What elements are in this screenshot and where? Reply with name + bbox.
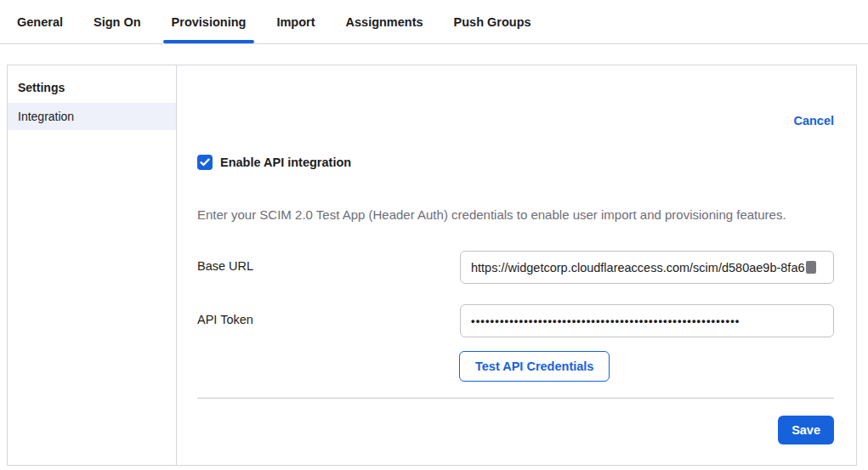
test-credentials-row: Test API Credentials: [459, 351, 834, 382]
tab-push-groups[interactable]: Push Groups: [454, 2, 531, 42]
credentials-description: Enter your SCIM 2.0 Test App (Header Aut…: [197, 207, 834, 222]
tab-label: Sign On: [94, 15, 141, 29]
api-token-field-row: API Token ••••••••••••••••••••••••••••••…: [197, 304, 834, 337]
base-url-label: Base URL: [197, 251, 460, 273]
tab-provisioning[interactable]: Provisioning: [172, 2, 247, 42]
settings-sidebar: Settings Integration: [8, 65, 177, 465]
text-selection-artifact: [806, 261, 816, 274]
base-url-value: https://widgetcorp.cloudflareaccess.com/…: [471, 261, 805, 275]
sidebar-item-integration[interactable]: Integration: [8, 103, 176, 130]
form-divider: [197, 398, 834, 399]
app-tab-bar: General Sign On Provisioning Import Assi…: [0, 0, 868, 44]
enable-api-integration-label: Enable API integration: [220, 156, 351, 169]
cancel-button[interactable]: Cancel: [793, 114, 834, 127]
enable-api-integration-checkbox[interactable]: [197, 155, 213, 170]
checkmark-icon: [200, 158, 210, 167]
base-url-input[interactable]: https://widgetcorp.cloudflareaccess.com/…: [460, 251, 834, 284]
save-row: Save: [197, 416, 834, 445]
test-api-credentials-button[interactable]: Test API Credentials: [459, 351, 610, 382]
tab-import[interactable]: Import: [276, 2, 315, 42]
tab-label: Assignments: [346, 15, 423, 29]
save-button[interactable]: Save: [778, 416, 834, 445]
tab-label: Push Groups: [454, 15, 531, 29]
tab-assignments[interactable]: Assignments: [346, 2, 423, 42]
cancel-row: Cancel: [197, 113, 834, 128]
active-tab-underline: [163, 40, 255, 43]
tab-label: General: [17, 15, 63, 29]
api-token-input[interactable]: ••••••••••••••••••••••••••••••••••••••••…: [460, 304, 834, 337]
enable-api-integration-row: Enable API integration: [197, 155, 834, 170]
tab-label: Import: [276, 15, 315, 29]
api-token-masked-value: ••••••••••••••••••••••••••••••••••••••••…: [471, 314, 740, 327]
tab-sign-on[interactable]: Sign On: [94, 2, 141, 42]
sidebar-header: Settings: [8, 72, 176, 103]
provisioning-panel: Settings Integration Cancel Enable API i…: [7, 65, 857, 466]
integration-settings-form: Cancel Enable API integration Enter your…: [177, 65, 856, 465]
tab-general[interactable]: General: [17, 2, 63, 42]
base-url-field-row: Base URL https://widgetcorp.cloudflareac…: [197, 251, 834, 284]
tab-label: Provisioning: [172, 15, 247, 29]
api-token-label: API Token: [197, 304, 460, 326]
